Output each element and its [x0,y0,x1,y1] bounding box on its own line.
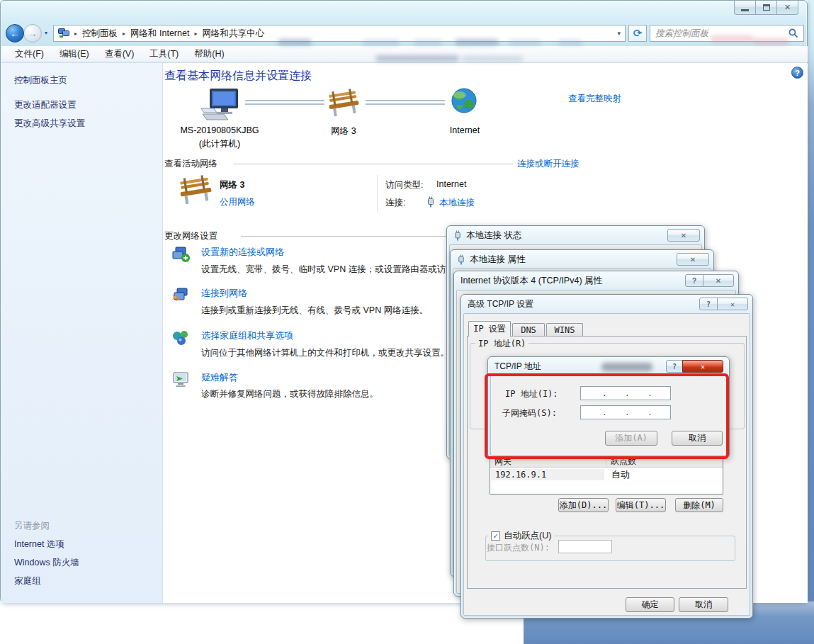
cancel-button[interactable]: 取消 [679,597,728,612]
homegroup-options-link[interactable]: 选择家庭组和共享选项 [201,329,293,342]
page-title: 查看基本网络信息并设置连接 [164,69,312,84]
gateway-row[interactable]: 192.16.9.1 自动 [490,468,723,481]
this-computer-label: (此计算机) [170,138,269,150]
menu-tools[interactable]: 工具(T) [142,46,186,62]
recent-pages-dropdown[interactable]: ▾ [45,30,47,36]
gateways-table[interactable]: 网关 跃点数 192.16.9.1 自动 [490,454,723,495]
tab-ip-settings[interactable]: IP 设置 [468,321,511,337]
desktop-background-right [808,0,814,644]
homegroup-icon [171,329,190,346]
sidebar-see-also-header: 另请参阅 [14,520,50,532]
menu-file[interactable]: 文件(F) [7,46,52,62]
blur-artifact [509,40,541,45]
dialog-help-button[interactable]: ? [699,298,718,310]
blur-artifact [601,363,652,371]
address-dropdown-icon[interactable]: ▾ [617,30,621,37]
search-icon [788,28,798,38]
setup-new-connection-desc: 设置无线、宽带、拨号、临时或 VPN 连接；或设置路由器或访问点。 [201,264,473,276]
breadcrumb-network-sharing[interactable]: 网络和共享中心 [202,28,264,40]
map-network-label: 网络 3 [301,125,386,137]
crumb-separator-icon: ▸ [121,30,127,37]
back-icon: ← [10,28,20,39]
crumb-separator-icon: ▸ [73,30,79,37]
close-icon: ✕ [681,232,686,239]
active-networks-header: 查看活动网络 [164,158,217,170]
map-internet-label: Internet [422,125,507,135]
close-button[interactable]: ✕ [682,360,723,373]
help-button[interactable]: ? [791,67,803,79]
blur-artifact [278,39,312,45]
connect-to-network-link[interactable]: 连接到网络 [201,287,247,300]
sidebar-item-homegroup[interactable]: 家庭组 [14,575,41,587]
view-full-map-link[interactable]: 查看完整映射 [568,93,621,105]
dialog-title: 高级 TCP/IP 设置 [468,298,533,310]
ethernet-plug-icon [426,196,435,208]
interface-metric-field[interactable] [558,540,612,553]
troubleshoot-link[interactable]: 疑难解答 [201,371,238,384]
sidebar-item-windows-firewall[interactable]: Windows 防火墙 [14,557,79,569]
blur-artifact [752,38,789,45]
connect-disconnect-link[interactable]: 连接或断开连接 [517,158,580,170]
connect-to-network-icon [171,287,190,304]
close-button[interactable]: ✕ [677,253,709,266]
tab-dns[interactable]: DNS [512,323,545,337]
menu-view[interactable]: 查看(V) [97,46,142,62]
ok-button[interactable]: 确定 [626,597,674,612]
close-button[interactable]: ✕ [703,274,734,287]
sidebar-item-change-adapter[interactable]: 更改适配器设置 [14,99,77,111]
sidebar-item-internet-options[interactable]: Internet 选项 [14,538,64,550]
sidebar-item-advanced-sharing[interactable]: 更改高级共享设置 [14,118,85,130]
public-network-link[interactable]: 公用网络 [220,196,255,208]
section-divider [234,164,513,164]
computer-icon [200,87,241,121]
ethernet-plug-icon [453,230,462,241]
local-connection-link[interactable]: 本地连接 [439,197,475,209]
computer-name-label: MS-20190805KJBG [170,125,269,135]
maximize-icon [763,4,770,11]
close-button[interactable]: ✕ [667,229,700,242]
dialog-title: 本地连接 状态 [466,230,521,242]
dialog-help-button[interactable]: ? [685,274,703,287]
crumb-separator-icon: ▸ [193,30,198,37]
blur-artifact [363,40,400,45]
homegroup-options-desc: 访问位于其他网络计算机上的文件和打印机，或更改共享设置。 [201,347,449,359]
delete-gateway-button[interactable]: 删除(M) [675,498,723,512]
blur-artifact [455,39,499,45]
change-settings-header: 更改网络设置 [164,230,217,242]
tab-wins[interactable]: WINS [546,323,583,337]
setup-new-connection-link[interactable]: 设置新的连接或网络 [201,246,284,259]
troubleshoot-desc: 诊断并修复网络问题，或获得故障排除信息。 [201,388,378,400]
window-caption-buttons: ✕ [735,1,798,15]
ip-address-group-label: IP 地址(R) [475,338,528,350]
refresh-button[interactable]: ⟳ [628,25,647,42]
breadcrumb-control-panel[interactable]: 控制面板 [82,28,118,40]
help-icon: ? [692,277,696,285]
access-type-label: 访问类型: [385,179,423,191]
connection-label: 连接: [385,197,405,209]
network-bench-icon [179,174,213,206]
help-icon: ? [795,69,800,77]
forward-button[interactable]: → [23,24,42,43]
close-icon: ✕ [730,300,735,308]
back-button[interactable]: ← [6,24,24,43]
menu-help[interactable]: 帮助(H) [186,46,232,62]
add-gateway-button[interactable]: 添加(D)... [558,498,609,512]
gateway-metric-value: 自动 [606,468,635,482]
blur-artifact [462,56,523,62]
dialog-help-button[interactable]: ? [666,360,683,373]
forward-icon: → [28,28,38,39]
address-bar[interactable]: ▸ 控制面板 ▸ 网络和 Internet ▸ 网络和共享中心 ▾ [53,25,626,42]
menu-edit[interactable]: 编辑(E) [52,46,97,62]
auto-metric-caption: ✓ 自动跃点(U) [488,530,554,542]
map-connector [366,100,445,105]
breadcrumb-network-internet[interactable]: 网络和 Internet [130,28,189,40]
close-button[interactable]: ✕ [717,298,748,310]
maximize-button[interactable] [755,1,777,15]
chevron-down-icon: ▾ [45,30,47,36]
ethernet-plug-icon [457,254,465,265]
minimize-button[interactable] [734,1,756,15]
close-button[interactable]: ✕ [776,1,798,15]
edit-gateway-button[interactable]: 编辑(T)... [616,498,666,512]
auto-metric-checkbox[interactable]: ✓ [491,531,500,541]
sidebar-item-control-panel-home[interactable]: 控制面板主页 [14,74,67,86]
